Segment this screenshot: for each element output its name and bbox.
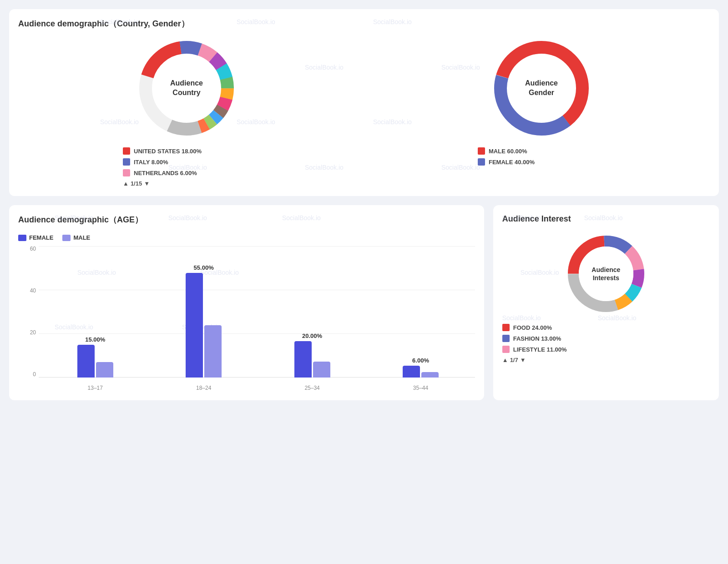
country-section: AudienceCountry UNITED STATES 18.00% ITA…	[18, 38, 355, 187]
gender-legend: MALE 60.00% FEMALE 40.00%	[478, 147, 605, 169]
bars-container: 15.00% 55.00% 20.00%	[41, 246, 475, 378]
bar-pair-1824	[186, 273, 222, 378]
legend-item-male: MALE 60.00%	[478, 147, 605, 155]
y-label-20: 20	[18, 329, 39, 336]
bar-pct-1317: 15.00%	[85, 336, 105, 343]
bottom-row: SocialBook.io SocialBook.io SocialBook.i…	[9, 205, 719, 409]
bar-female-1824	[186, 273, 203, 378]
legend-item-netherlands: NETHERLANDS 6.00%	[123, 169, 250, 176]
bar-group-3544: 6.00%	[366, 246, 475, 378]
legend-color-us	[123, 147, 130, 155]
legend-text-male: MALE 60.00%	[489, 148, 527, 155]
legend-text-female: FEMALE 40.00%	[489, 159, 535, 166]
bar-pct-3544: 6.00%	[412, 357, 429, 364]
y-label-0: 0	[18, 371, 39, 378]
legend-text-fashion: FASHION 13.00%	[513, 335, 561, 342]
bar-male-1317	[96, 362, 113, 378]
gender-donut: AudienceGender	[491, 38, 592, 138]
x-label-3544: 35–44	[366, 385, 475, 391]
legend-item-italy: ITALY 8.00%	[123, 158, 250, 166]
female-legend: FEMALE	[18, 234, 53, 241]
interest-card-title: Audience Interest	[502, 214, 710, 224]
legend-text-lifestyle: LIFESTYLE 11.00%	[513, 346, 567, 353]
y-label-40: 40	[18, 287, 39, 294]
x-label-1824: 18–24	[149, 385, 258, 391]
x-axis-labels: 13–17 18–24 25–34 35–44	[41, 385, 475, 391]
legend-color-fashion	[502, 335, 510, 342]
bar-female-3544	[403, 366, 420, 378]
bar-group-1317: 15.00%	[41, 246, 149, 378]
legend-item-food: FOOD 24.00%	[502, 324, 630, 331]
wm-interest-4: SocialBook.io	[502, 314, 541, 322]
interest-legend: FOOD 24.00% FASHION 13.00% LIFESTYLE 11.…	[502, 324, 630, 363]
male-legend-color	[62, 235, 71, 241]
female-legend-color	[18, 235, 26, 241]
legend-color-food	[502, 324, 510, 331]
age-demographic-card: SocialBook.io SocialBook.io SocialBook.i…	[9, 205, 484, 400]
gender-donut-label: AudienceGender	[525, 79, 558, 98]
top-demographic-card: SocialBook.io SocialBook.io SocialBook.i…	[9, 9, 719, 196]
legend-item-fashion: FASHION 13.00%	[502, 335, 630, 342]
male-legend: MALE	[62, 234, 90, 241]
male-legend-text: MALE	[73, 234, 90, 241]
bar-pair-1317	[77, 345, 113, 378]
legend-text-food: FOOD 24.00%	[513, 324, 552, 331]
country-legend-page[interactable]: ▲ 1/15 ▼	[123, 180, 250, 187]
bar-group-2534: 20.00%	[258, 246, 366, 378]
legend-item-female: FEMALE 40.00%	[478, 158, 605, 166]
bar-group-1824: 55.00%	[149, 246, 258, 378]
age-card-title: Audience demographic（AGE）	[18, 214, 475, 225]
legend-text-italy: ITALY 8.00%	[134, 159, 168, 166]
wm-interest-3: SocialBook.io	[521, 269, 559, 276]
interest-card: SocialBook.io SocialBook.io SocialBook.i…	[493, 205, 719, 400]
top-row: AudienceCountry UNITED STATES 18.00% ITA…	[18, 38, 710, 187]
interest-page: 1/7	[510, 357, 518, 363]
legend-text-netherlands: NETHERLANDS 6.00%	[134, 170, 197, 176]
interest-donut-label: AudienceInterests	[592, 266, 620, 282]
female-legend-text: FEMALE	[29, 234, 53, 241]
legend-color-lifestyle	[502, 346, 510, 353]
legend-item-us: UNITED STATES 18.00%	[123, 147, 250, 155]
bar-male-3544	[421, 372, 439, 378]
bar-male-2534	[313, 362, 330, 378]
legend-color-male	[478, 147, 485, 155]
bar-pair-3544	[403, 366, 439, 378]
country-legend: UNITED STATES 18.00% ITALY 8.00% NETHERL…	[123, 147, 250, 187]
legend-text-us: UNITED STATES 18.00%	[134, 148, 202, 155]
y-label-60: 60	[18, 246, 39, 252]
bar-female-1317	[77, 345, 95, 378]
x-label-1317: 13–17	[41, 385, 149, 391]
bar-pct-2534: 20.00%	[302, 332, 322, 339]
interest-legend-page[interactable]: ▲ 1/7 ▼	[502, 357, 630, 363]
age-bar-legend: FEMALE MALE	[18, 234, 475, 241]
gender-section: AudienceGender MALE 60.00% FEMALE 40.00%	[373, 38, 710, 187]
legend-color-italy	[123, 158, 130, 166]
top-card-title: Audience demographic（Country, Gender）	[18, 18, 710, 29]
y-axis: 0 20 40 60	[18, 246, 39, 378]
legend-color-netherlands	[123, 169, 130, 176]
bar-male-1824	[204, 325, 222, 378]
bar-pair-2534	[294, 341, 330, 378]
x-label-2534: 25–34	[258, 385, 366, 391]
bar-pct-1824: 55.00%	[194, 264, 214, 271]
country-donut: AudienceCountry	[136, 38, 237, 138]
legend-color-female	[478, 158, 485, 166]
country-page: 1/15	[131, 180, 142, 187]
wm-interest-5: SocialBook.io	[598, 314, 637, 322]
interest-donut: AudienceInterests	[565, 233, 647, 315]
legend-item-lifestyle: LIFESTYLE 11.00%	[502, 346, 630, 353]
bar-chart-area: 0 20 40 60 15.00%	[18, 246, 475, 391]
bar-female-2534	[294, 341, 312, 378]
country-donut-label: AudienceCountry	[170, 79, 203, 98]
